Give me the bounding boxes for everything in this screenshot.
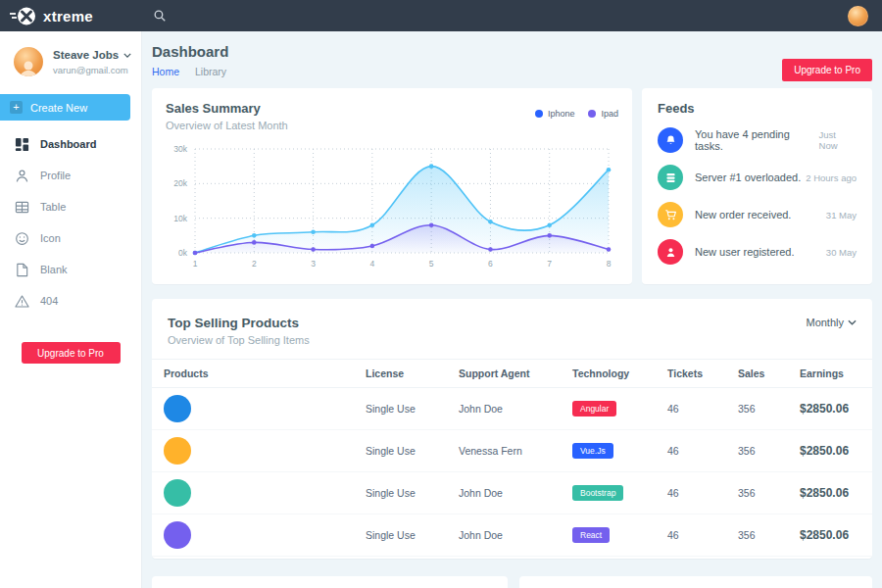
feed-item[interactable]: New order received.31 May [658, 196, 857, 233]
column-header-products: Products [164, 368, 366, 379]
grid-icon [15, 137, 29, 152]
feed-time: Just Now [819, 129, 857, 151]
sales-cell: 356 [738, 487, 800, 499]
svg-text:5: 5 [429, 259, 434, 269]
bottom-right-card [519, 576, 872, 588]
column-header-tickets: Tickets [667, 368, 738, 379]
feed-time: 31 May [826, 210, 857, 220]
earnings-cell: $2850.06 [800, 528, 860, 542]
sidebar-item-label: Blank [40, 264, 68, 275]
earnings-cell: $2850.06 [800, 402, 860, 416]
sidebar-item-label: 404 [40, 295, 58, 307]
table-icon [15, 200, 29, 215]
user-avatar[interactable] [848, 6, 868, 26]
chevron-down-icon [123, 53, 131, 58]
plus-icon: + [10, 101, 23, 114]
sidebar-item-label: Icon [40, 232, 61, 244]
feeds-list: You have 4 pending tasks.Just NowServer … [658, 122, 857, 270]
tickets-cell: 46 [667, 487, 738, 499]
svg-text:30k: 30k [173, 144, 187, 154]
svg-text:8: 8 [607, 259, 612, 269]
legend-item-ipad: Ipad [588, 109, 618, 119]
legend-label: Ipad [601, 109, 618, 119]
brand-name: xtreme [43, 8, 93, 24]
sales-cell: 356 [738, 403, 800, 415]
feed-item[interactable]: You have 4 pending tasks.Just Now [658, 122, 857, 159]
agent-cell: John Doe [459, 529, 572, 541]
create-new-label: Create New [30, 102, 87, 114]
profile-name: Steave Jobs [53, 49, 119, 61]
top-selling-products-card: Top Selling Products Overview of Top Sel… [152, 299, 872, 559]
svg-text:3: 3 [311, 259, 316, 269]
column-header-sales: Sales [738, 368, 800, 379]
page-title: Dashboard [152, 43, 872, 60]
products-table-header: ProductsLicenseSupport AgentTechnologyTi… [152, 359, 872, 388]
feed-text: Server #1 overloaded. [695, 172, 801, 183]
license-cell: Single Use [366, 487, 459, 499]
legend-dot [535, 110, 543, 118]
sidebar-item-label: Profile [40, 170, 71, 181]
svg-text:7: 7 [547, 259, 552, 269]
create-new-button[interactable]: + Create New [0, 94, 130, 121]
bell-icon [658, 127, 683, 153]
sidebar-item-404[interactable]: 404 [0, 285, 141, 317]
table-row: Single UseVenessa FernVue.Js46356$2850.0… [152, 430, 872, 472]
table-row: Single UseJohn DoeAngular46356$2850.06 [152, 388, 872, 430]
table-row: Single UseJohn DoeBootstrap46356$2850.06 [152, 472, 872, 514]
brand-logo[interactable]: xtreme [0, 6, 147, 26]
breadcrumb-library: Library [195, 66, 226, 77]
technology-badge: React [572, 527, 610, 543]
feed-time: 2 Hours ago [806, 172, 857, 183]
tickets-cell: 46 [667, 403, 738, 415]
svg-text:20k: 20k [173, 178, 187, 188]
person-icon [658, 239, 683, 265]
search-icon[interactable] [153, 9, 167, 23]
sales-card-subtitle: Overview of Latest Month [166, 120, 288, 131]
chevron-down-icon [848, 319, 857, 325]
file-icon [15, 263, 29, 277]
license-cell: Single Use [366, 445, 459, 457]
feed-item[interactable]: Server #1 overloaded.2 Hours ago [658, 159, 857, 196]
sidebar-item-dashboard[interactable]: Dashboard [0, 128, 141, 160]
profile-name-dropdown[interactable]: Steave Jobs [53, 49, 131, 61]
sidebar-item-profile[interactable]: Profile [0, 160, 141, 191]
svg-text:2: 2 [252, 259, 257, 269]
product-avatar [164, 479, 191, 507]
sidebar-item-label: Table [40, 201, 66, 213]
agent-cell: John Doe [459, 487, 572, 499]
profile-email: varun@gmail.com [53, 65, 131, 75]
breadcrumb-home[interactable]: Home [152, 66, 179, 77]
agent-cell: John Doe [459, 403, 572, 415]
product-avatar [164, 395, 191, 422]
products-subtitle: Overview of Top Selling Items [168, 334, 858, 346]
sales-chart: 0k10k20k30k12345678 [166, 135, 618, 276]
column-header-license: License [366, 368, 459, 379]
column-header-earnings: Earnings [800, 368, 860, 379]
legend-dot [588, 110, 596, 118]
feed-item[interactable]: New user registered.30 May [658, 233, 857, 270]
sales-summary-card: Sales Summary Overview of Latest Month I… [152, 88, 632, 284]
products-table-body: Single UseJohn DoeAngular46356$2850.06Si… [152, 388, 872, 557]
profile-avatar[interactable] [14, 47, 43, 76]
bottom-left-card [152, 576, 508, 588]
sidebar: Steave Jobs varun@gmail.com + Create New… [0, 31, 142, 588]
table-row: Single UseJohn DoeReact46356$2850.06 [152, 514, 872, 557]
sidebar-item-label: Dashboard [40, 138, 96, 150]
svg-text:0k: 0k [178, 248, 188, 258]
sidebar-item-table[interactable]: Table [0, 191, 141, 222]
tickets-cell: 46 [667, 529, 738, 541]
sidebar-item-icon[interactable]: Icon [0, 222, 141, 254]
header-upgrade-button[interactable]: Upgrade to Pro [782, 59, 872, 81]
sidebar-upgrade-button[interactable]: Upgrade to Pro [22, 342, 121, 364]
feed-text: New order received. [695, 209, 791, 220]
user-icon [15, 169, 29, 183]
cart-icon [658, 202, 683, 227]
sales-card-title: Sales Summary [166, 101, 288, 116]
sidebar-item-blank[interactable]: Blank [0, 254, 141, 285]
feed-time: 30 May [826, 247, 857, 258]
technology-badge: Vue.Js [572, 443, 613, 459]
svg-text:4: 4 [369, 259, 374, 269]
sales-cell: 356 [738, 529, 800, 541]
period-filter-select[interactable]: Monthly [806, 317, 857, 328]
xtreme-logo-icon [10, 6, 36, 26]
